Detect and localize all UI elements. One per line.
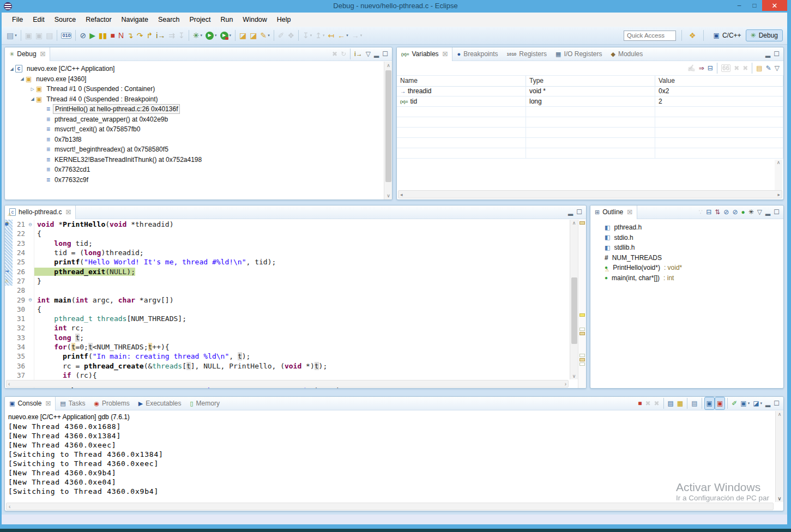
word-wrap-icon[interactable]: ▤ (690, 397, 699, 410)
instruction-stepping-mode-icon[interactable]: i→ (353, 47, 364, 61)
annotation-ruler-cell[interactable] (5, 333, 13, 342)
tab-debug[interactable]: ✳ Debug ☒ (5, 47, 50, 61)
focus-icon[interactable]: ∵ (697, 205, 705, 219)
open-type-icon[interactable]: ❖ (286, 29, 297, 42)
scrollbar-thumb[interactable] (385, 70, 391, 182)
remove-launch-icon[interactable]: ✖ (643, 397, 652, 410)
minimize-window-button[interactable]: – (732, 0, 747, 11)
remove-all-terminated-icon[interactable]: ✖ (330, 47, 339, 61)
tab-hello-pthread-c[interactable]: c⚠ hello-pthread.c ☒ (5, 205, 76, 219)
remove-all-terminated-launches-icon[interactable]: ✖ (652, 397, 661, 410)
close-tab-icon[interactable]: ☒ (45, 400, 51, 407)
annotation-ruler-cell[interactable] (5, 305, 13, 314)
console-vertical-scrollbar[interactable]: ∧ ∨ (775, 411, 783, 502)
scroll-up-icon[interactable]: ∧ (570, 220, 578, 226)
dropdown-arrow-icon[interactable]: ▾ (15, 33, 17, 38)
debug-tree-row[interactable]: ≡pthread_create_wrapper() at 0x402e9b (5, 114, 392, 125)
variables-horizontal-scrollbar[interactable]: ◂ ▸ (398, 190, 782, 198)
sort-alphabetically-icon[interactable]: ⇅ (713, 205, 722, 219)
skip-all-breakpoints-icon[interactable]: ⊘ (78, 29, 88, 42)
dropdown-arrow-icon[interactable]: ▾ (310, 33, 312, 38)
maximize-icon[interactable]: ☐ (381, 47, 390, 61)
scroll-left-icon[interactable]: ‹ (8, 381, 10, 387)
step-into-icon[interactable]: ↴ (125, 29, 135, 42)
overview-marker[interactable] (579, 328, 585, 331)
menu-navigate[interactable]: Navigate (117, 14, 153, 26)
annotation-ruler-cell[interactable] (5, 371, 13, 380)
save-icon[interactable]: ▣ (23, 29, 34, 42)
dropdown-arrow-icon[interactable]: ▾ (360, 33, 363, 38)
edit-watch-expression-icon[interactable]: ✎ (764, 62, 773, 75)
annotation-ruler-cell[interactable] (5, 286, 13, 295)
overview-marker[interactable] (579, 358, 585, 361)
scroll-right-icon[interactable]: ▸ (777, 192, 780, 197)
pin-console-icon[interactable]: ✐ (730, 397, 739, 410)
overview-ruler[interactable] (578, 220, 586, 388)
tab-breakpoints[interactable]: ●Breakpoints (452, 47, 502, 61)
scroll-up-icon[interactable]: ∧ (776, 412, 783, 417)
outline-item[interactable]: ●main(int, char*[]) : int (590, 273, 783, 283)
view-menu-icon[interactable]: ▽ (756, 205, 764, 219)
dropdown-arrow-icon[interactable]: ▾ (323, 33, 325, 38)
collapse-all-icon[interactable]: ⊟ (704, 205, 713, 219)
suspend-icon[interactable]: ▮▮ (97, 29, 108, 42)
last-edit-location-icon[interactable]: ↤ (327, 29, 336, 42)
minimize-view-button[interactable]: ▂ (566, 205, 575, 219)
tab-tasks[interactable]: ▤Tasks (56, 397, 89, 410)
debug-tree-row[interactable]: ◢▣Thread #4 0 (Suspended : Breakpoint) (5, 94, 392, 105)
show-logical-structure-icon[interactable]: ⇒ (697, 62, 706, 75)
tab-variables[interactable]: (x)=Variables☒ (397, 47, 452, 61)
var-value-cell[interactable]: 0x2 (655, 86, 783, 96)
menu-search[interactable]: Search (153, 14, 185, 26)
menu-refactor[interactable]: Refactor (81, 14, 116, 26)
outline-item[interactable]: ●⚠PrintHello(void*) : void* (590, 263, 783, 273)
dropdown-arrow-icon[interactable]: ▾ (215, 33, 217, 38)
close-tab-icon[interactable]: ☒ (443, 51, 448, 58)
view-menu-icon[interactable]: ▽ (364, 47, 372, 61)
collapse-icon[interactable]: ◢ (19, 76, 26, 81)
dropdown-arrow-icon[interactable]: ▾ (760, 401, 762, 406)
print-icon[interactable]: ▤ (44, 29, 55, 42)
scrollbar-thumb[interactable] (571, 277, 577, 344)
tab-registers[interactable]: 1010Registers (503, 47, 551, 61)
resume-icon[interactable]: ▶ (88, 29, 97, 42)
var-type-cell[interactable]: void * (526, 86, 655, 96)
menu-source[interactable]: Source (50, 14, 81, 26)
variables-table[interactable]: NameTypeValue→threadidvoid *0x2(x)=tidlo… (397, 76, 783, 159)
dropdown-arrow-icon[interactable]: ▾ (268, 33, 270, 38)
annotation-ruler-cell[interactable] (5, 342, 13, 352)
scroll-up-icon[interactable]: ∧ (384, 63, 393, 68)
annotation-ruler-cell[interactable] (5, 248, 13, 257)
fold-marker-icon[interactable]: ⊖ (27, 295, 34, 304)
maximize-view-button[interactable]: ☐ (772, 47, 781, 61)
debug-tree-row[interactable]: ◢▣nuevo.exe [4360] (5, 74, 392, 84)
new-c-project-icon[interactable]: ◪ (238, 29, 248, 42)
toggle-mark-occurrences-icon[interactable]: ✐ (276, 29, 286, 42)
annotation-ruler-cell[interactable] (5, 323, 13, 332)
clear-console-icon[interactable]: ▤ (666, 397, 675, 410)
debug-tree-row[interactable]: ≡msvcrt!_beginthreadex() at 0x758580f5 (5, 144, 392, 155)
console-output[interactable]: nuevo.exe [C/C++ Application] gdb (7.6.1… (5, 411, 775, 502)
debug-icon[interactable]: ✳▾ (191, 29, 204, 42)
new-wizard-icon[interactable]: ▤▾ (5, 29, 19, 42)
run-icon[interactable]: ▶▾ (204, 29, 219, 42)
new-watch-expression-icon[interactable]: ▤ (754, 62, 764, 75)
collapse-icon[interactable]: ◢ (29, 96, 36, 101)
save-all-icon[interactable]: ▣ (34, 29, 44, 42)
annotation-ruler-cell[interactable] (5, 352, 13, 361)
editor-vertical-scrollbar[interactable]: ∧ ∨ (570, 220, 578, 379)
dropdown-arrow-icon[interactable]: ▾ (201, 33, 203, 38)
overview-marker[interactable] (579, 332, 585, 335)
next-annotation-icon[interactable]: ↧▾ (301, 29, 313, 42)
expand-icon[interactable]: ▷ (29, 87, 36, 92)
hide-fields-icon[interactable]: ⊘ (722, 205, 730, 219)
view-menu-icon[interactable]: ▽ (773, 62, 781, 75)
drop-to-frame-icon[interactable]: ↧ (177, 29, 186, 42)
open-perspective-button[interactable]: ❖ (687, 29, 698, 42)
menu-file[interactable]: File (7, 14, 28, 26)
console-horizontal-scrollbar[interactable]: ‹ (6, 503, 774, 510)
var-name-cell[interactable]: →threadid (397, 86, 526, 96)
scroll-left-icon[interactable]: ◂ (400, 192, 403, 197)
perspective-cc[interactable]: ▣C/C++ (709, 30, 746, 41)
scroll-left-icon[interactable]: ‹ (9, 504, 10, 510)
